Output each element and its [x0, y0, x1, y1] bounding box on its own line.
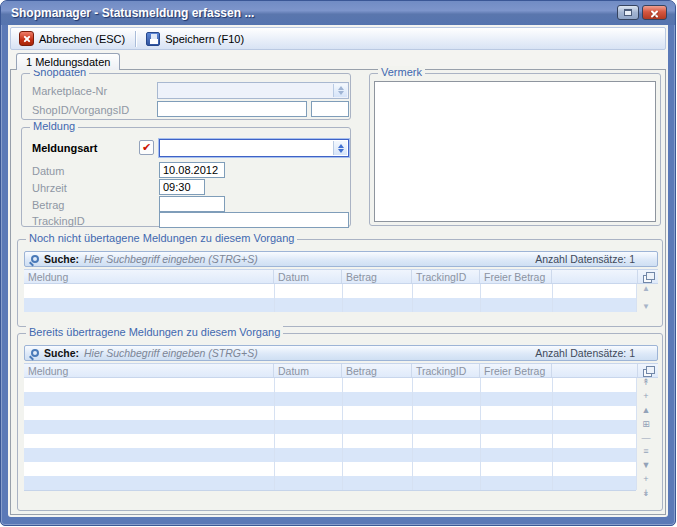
- window-title: Shopmanager - Statusmeldung erfassen ...: [11, 6, 254, 20]
- group-pending-title: Noch nicht übertagene Meldungen zu diese…: [26, 232, 297, 244]
- window-body: Abbrechen (ESC) Speichern (F10) 1 Meldun…: [8, 25, 668, 517]
- sent-grid-rows: [24, 378, 636, 491]
- table-row[interactable]: [24, 448, 636, 462]
- save-button-label: Speichern (F10): [165, 33, 244, 45]
- search-label: Suche:: [44, 347, 79, 359]
- save-button[interactable]: Speichern (F10): [143, 31, 247, 47]
- table-row[interactable]: [24, 476, 636, 490]
- marketplace-spinner-icon[interactable]: [333, 84, 347, 97]
- save-icon: [146, 32, 160, 46]
- restore-icon: [624, 9, 632, 16]
- uhrzeit-input[interactable]: [159, 179, 205, 195]
- sent-nav-strip: ↟ + ▲ ⊞ — ≡ ▼ + ↡: [638, 378, 654, 498]
- column-header-betrag[interactable]: Betrag: [342, 270, 412, 283]
- close-button[interactable]: [642, 5, 667, 20]
- nav-edit-icon[interactable]: ≡: [643, 447, 648, 456]
- search-label: Suche:: [44, 253, 79, 265]
- table-row[interactable]: [24, 378, 636, 392]
- column-header-empty: [552, 270, 638, 283]
- datum-label: Datum: [32, 165, 64, 177]
- nav-next-icon[interactable]: ▼: [642, 461, 651, 470]
- table-row[interactable]: [24, 298, 636, 312]
- sent-search-bar[interactable]: Suche: Hier Suchbegriff eingeben (STRG+S…: [24, 345, 658, 361]
- pending-scroll-strip: ▲ ▼: [639, 285, 653, 311]
- column-header-meldung[interactable]: Meldung: [24, 270, 274, 283]
- restore-button[interactable]: [617, 5, 639, 20]
- nav-insert-icon[interactable]: ⊞: [642, 420, 650, 429]
- tab-meldungsdaten[interactable]: 1 Meldungsdaten: [16, 53, 120, 70]
- trackingid-label: TrackingID: [32, 215, 85, 227]
- search-icon: [31, 255, 39, 263]
- group-meldung: Meldung Meldungsart ✔ Datum Uhrzeit Betr…: [21, 127, 351, 227]
- close-icon: [650, 9, 659, 18]
- nav-move-up-icon[interactable]: +: [643, 392, 648, 401]
- cancel-button[interactable]: Abbrechen (ESC): [16, 30, 128, 47]
- table-row[interactable]: [24, 392, 636, 406]
- group-meldung-title: Meldung: [30, 120, 78, 132]
- record-count: Anzahl Datensätze: 1: [535, 347, 651, 359]
- search-placeholder: Hier Suchbegriff eingeben (STRG+S): [84, 253, 258, 265]
- nav-move-down-icon[interactable]: +: [643, 475, 648, 484]
- table-row[interactable]: [24, 462, 636, 476]
- column-header-empty: [552, 364, 638, 377]
- column-header-datum[interactable]: Datum: [274, 270, 342, 283]
- nav-prior-icon[interactable]: ▲: [642, 406, 651, 415]
- column-header-betrag[interactable]: Betrag: [342, 364, 412, 377]
- table-row[interactable]: [24, 434, 636, 448]
- group-vermerk: Vermerk: [369, 73, 661, 226]
- cancel-icon: [19, 31, 34, 46]
- marketplace-combobox[interactable]: [157, 82, 349, 99]
- group-vermerk-title: Vermerk: [378, 66, 425, 78]
- pending-grid-rows: [24, 284, 636, 312]
- scroll-up-icon[interactable]: ▲: [642, 285, 650, 293]
- nav-last-icon[interactable]: ↡: [642, 489, 650, 498]
- pending-grid-header: Meldung Datum Betrag TrackingID Freier B…: [24, 269, 658, 284]
- sent-grid-header: Meldung Datum Betrag TrackingID Freier B…: [24, 363, 658, 378]
- column-header-freier-betrag[interactable]: Freier Betrag: [480, 270, 552, 283]
- group-pending-messages: Noch nicht übertagene Meldungen zu diese…: [17, 239, 663, 327]
- search-icon: [31, 349, 39, 357]
- marketplace-label: Marketplace-Nr: [32, 85, 107, 97]
- table-row[interactable]: [24, 406, 636, 420]
- column-header-trackingid[interactable]: TrackingID: [412, 364, 480, 377]
- vorgangsid-input[interactable]: [311, 101, 349, 117]
- record-count: Anzahl Datensätze: 1: [535, 253, 651, 265]
- toolbar: Abbrechen (ESC) Speichern (F10): [10, 27, 666, 50]
- scroll-down-icon[interactable]: ▼: [642, 303, 650, 311]
- column-chooser-button[interactable]: [638, 364, 658, 377]
- group-shopdaten: Shopdaten Marketplace-Nr ShopID/Vorgangs…: [21, 73, 351, 120]
- column-header-freier-betrag[interactable]: Freier Betrag: [480, 364, 552, 377]
- betrag-label: Betrag: [32, 199, 64, 211]
- title-bar[interactable]: Shopmanager - Statusmeldung erfassen ...: [1, 1, 675, 25]
- cancel-button-label: Abbrechen (ESC): [39, 33, 125, 45]
- required-check-icon[interactable]: ✔: [139, 140, 154, 155]
- table-row[interactable]: [24, 420, 636, 434]
- betrag-input[interactable]: [159, 196, 225, 212]
- meldungsart-combobox[interactable]: [159, 139, 349, 157]
- column-chooser-icon: [643, 366, 654, 375]
- vermerk-textarea[interactable]: [374, 81, 656, 222]
- dialog-window: Shopmanager - Statusmeldung erfassen ...…: [0, 0, 676, 526]
- toolbar-separator: [135, 31, 136, 47]
- group-sent-title: Bereits übertragene Meldungen zu diesem …: [26, 326, 283, 338]
- pending-search-bar[interactable]: Suche: Hier Suchbegriff eingeben (STRG+S…: [24, 251, 658, 267]
- column-chooser-icon: [643, 272, 654, 281]
- meldungsart-label: Meldungsart: [32, 142, 97, 154]
- column-header-datum[interactable]: Datum: [274, 364, 342, 377]
- datum-input[interactable]: [159, 162, 225, 178]
- shopid-label: ShopID/VorgangsID: [32, 104, 129, 116]
- shopid-input[interactable]: [157, 101, 307, 117]
- search-placeholder: Hier Suchbegriff eingeben (STRG+S): [84, 347, 258, 359]
- column-header-trackingid[interactable]: TrackingID: [412, 270, 480, 283]
- meldungsart-spinner-icon[interactable]: [333, 141, 347, 155]
- group-sent-messages: Bereits übertragene Meldungen zu diesem …: [17, 333, 663, 511]
- column-header-meldung[interactable]: Meldung: [24, 364, 274, 377]
- nav-separator: —: [642, 434, 651, 443]
- column-chooser-button[interactable]: [638, 270, 658, 283]
- uhrzeit-label: Uhrzeit: [32, 182, 67, 194]
- trackingid-input[interactable]: [159, 212, 349, 228]
- tab-page: Shopdaten Marketplace-Nr ShopID/Vorgangs…: [10, 69, 666, 515]
- nav-first-icon[interactable]: ↟: [642, 378, 650, 387]
- table-row[interactable]: [24, 284, 636, 298]
